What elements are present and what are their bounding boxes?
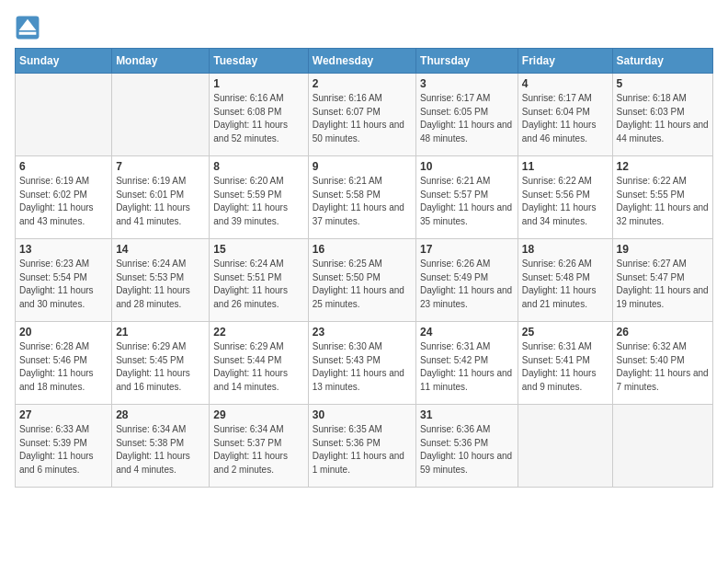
- calendar-cell: 2Sunrise: 6:16 AM Sunset: 6:07 PM Daylig…: [308, 74, 415, 156]
- day-number: 12: [617, 160, 709, 173]
- day-info: Sunrise: 6:25 AM Sunset: 5:50 PM Dayligh…: [313, 258, 412, 311]
- day-number: 21: [116, 326, 205, 339]
- calendar-cell: [518, 405, 612, 488]
- day-number: 5: [617, 77, 709, 90]
- calendar-week-row: 20Sunrise: 6:28 AM Sunset: 5:46 PM Dayli…: [16, 322, 713, 405]
- calendar-cell: 26Sunrise: 6:32 AM Sunset: 5:40 PM Dayli…: [612, 322, 712, 405]
- calendar-cell: 12Sunrise: 6:22 AM Sunset: 5:55 PM Dayli…: [612, 156, 712, 239]
- day-number: 22: [213, 326, 303, 339]
- calendar-cell: 10Sunrise: 6:21 AM Sunset: 5:57 PM Dayli…: [416, 156, 518, 239]
- day-info: Sunrise: 6:33 AM Sunset: 5:39 PM Dayligh…: [19, 423, 108, 477]
- day-info: Sunrise: 6:21 AM Sunset: 5:57 PM Dayligh…: [420, 175, 514, 228]
- calendar-cell: 13Sunrise: 6:23 AM Sunset: 5:54 PM Dayli…: [16, 239, 112, 322]
- calendar-cell: 18Sunrise: 6:26 AM Sunset: 5:48 PM Dayli…: [518, 239, 612, 322]
- day-number: 1: [213, 77, 303, 90]
- calendar-cell: 16Sunrise: 6:25 AM Sunset: 5:50 PM Dayli…: [308, 239, 415, 322]
- calendar-cell: 23Sunrise: 6:30 AM Sunset: 5:43 PM Dayli…: [308, 322, 415, 405]
- calendar-cell: [612, 405, 712, 488]
- day-info: Sunrise: 6:24 AM Sunset: 5:53 PM Dayligh…: [116, 258, 205, 311]
- day-number: 16: [313, 243, 412, 256]
- day-number: 13: [19, 243, 108, 256]
- calendar-cell: 31Sunrise: 6:36 AM Sunset: 5:36 PM Dayli…: [416, 405, 518, 488]
- calendar-cell: 7Sunrise: 6:19 AM Sunset: 6:01 PM Daylig…: [112, 156, 210, 239]
- day-info: Sunrise: 6:31 AM Sunset: 5:42 PM Dayligh…: [420, 340, 514, 394]
- day-info: Sunrise: 6:34 AM Sunset: 5:37 PM Dayligh…: [213, 423, 303, 477]
- page-header: [15, 15, 713, 40]
- day-number: 14: [116, 243, 205, 256]
- day-info: Sunrise: 6:35 AM Sunset: 5:36 PM Dayligh…: [313, 423, 412, 477]
- day-info: Sunrise: 6:16 AM Sunset: 6:07 PM Dayligh…: [313, 92, 412, 145]
- logo-icon: [15, 15, 40, 40]
- weekday-header: Thursday: [416, 49, 518, 74]
- day-info: Sunrise: 6:17 AM Sunset: 6:05 PM Dayligh…: [420, 92, 514, 145]
- day-info: Sunrise: 6:20 AM Sunset: 5:59 PM Dayligh…: [213, 175, 303, 228]
- day-info: Sunrise: 6:22 AM Sunset: 5:55 PM Dayligh…: [617, 175, 709, 228]
- day-number: 29: [213, 408, 303, 421]
- calendar-cell: 21Sunrise: 6:29 AM Sunset: 5:45 PM Dayli…: [112, 322, 210, 405]
- weekday-header: Sunday: [16, 49, 112, 74]
- day-number: 25: [522, 326, 609, 339]
- weekday-header: Saturday: [612, 49, 712, 74]
- day-info: Sunrise: 6:32 AM Sunset: 5:40 PM Dayligh…: [617, 340, 709, 394]
- day-number: 10: [420, 160, 514, 173]
- calendar-week-row: 6Sunrise: 6:19 AM Sunset: 6:02 PM Daylig…: [16, 156, 713, 239]
- calendar-cell: 15Sunrise: 6:24 AM Sunset: 5:51 PM Dayli…: [210, 239, 308, 322]
- day-number: 6: [19, 160, 108, 173]
- calendar-cell: 9Sunrise: 6:21 AM Sunset: 5:58 PM Daylig…: [308, 156, 415, 239]
- calendar-cell: 4Sunrise: 6:17 AM Sunset: 6:04 PM Daylig…: [518, 74, 612, 156]
- day-info: Sunrise: 6:23 AM Sunset: 5:54 PM Dayligh…: [19, 258, 108, 311]
- day-number: 8: [213, 160, 303, 173]
- day-number: 9: [313, 160, 412, 173]
- calendar-cell: 28Sunrise: 6:34 AM Sunset: 5:38 PM Dayli…: [112, 405, 210, 488]
- weekday-header: Wednesday: [308, 49, 415, 74]
- calendar-cell: 6Sunrise: 6:19 AM Sunset: 6:02 PM Daylig…: [16, 156, 112, 239]
- calendar-cell: 20Sunrise: 6:28 AM Sunset: 5:46 PM Dayli…: [16, 322, 112, 405]
- calendar-cell: 30Sunrise: 6:35 AM Sunset: 5:36 PM Dayli…: [308, 405, 415, 488]
- day-number: 23: [313, 326, 412, 339]
- day-info: Sunrise: 6:26 AM Sunset: 5:48 PM Dayligh…: [522, 258, 609, 311]
- day-number: 17: [420, 243, 514, 256]
- calendar-cell: 22Sunrise: 6:29 AM Sunset: 5:44 PM Dayli…: [210, 322, 308, 405]
- calendar-cell: 24Sunrise: 6:31 AM Sunset: 5:42 PM Dayli…: [416, 322, 518, 405]
- day-number: 28: [116, 408, 205, 421]
- day-number: 27: [19, 408, 108, 421]
- day-info: Sunrise: 6:19 AM Sunset: 6:02 PM Dayligh…: [19, 175, 108, 228]
- day-info: Sunrise: 6:31 AM Sunset: 5:41 PM Dayligh…: [522, 340, 609, 394]
- day-info: Sunrise: 6:26 AM Sunset: 5:49 PM Dayligh…: [420, 258, 514, 311]
- day-number: 31: [420, 408, 514, 421]
- calendar-cell: [112, 74, 210, 156]
- logo: [15, 15, 44, 40]
- day-info: Sunrise: 6:19 AM Sunset: 6:01 PM Dayligh…: [116, 175, 205, 228]
- day-info: Sunrise: 6:36 AM Sunset: 5:36 PM Dayligh…: [420, 423, 514, 477]
- weekday-header: Tuesday: [210, 49, 308, 74]
- svg-rect-2: [19, 32, 37, 35]
- day-info: Sunrise: 6:18 AM Sunset: 6:03 PM Dayligh…: [617, 92, 709, 145]
- day-number: 19: [617, 243, 709, 256]
- calendar-cell: 1Sunrise: 6:16 AM Sunset: 6:08 PM Daylig…: [210, 74, 308, 156]
- day-number: 4: [522, 77, 609, 90]
- day-number: 3: [420, 77, 514, 90]
- calendar-week-row: 27Sunrise: 6:33 AM Sunset: 5:39 PM Dayli…: [16, 405, 713, 488]
- calendar-cell: 3Sunrise: 6:17 AM Sunset: 6:05 PM Daylig…: [416, 74, 518, 156]
- calendar-cell: 5Sunrise: 6:18 AM Sunset: 6:03 PM Daylig…: [612, 74, 712, 156]
- day-number: 30: [313, 408, 412, 421]
- day-info: Sunrise: 6:34 AM Sunset: 5:38 PM Dayligh…: [116, 423, 205, 477]
- calendar-cell: 17Sunrise: 6:26 AM Sunset: 5:49 PM Dayli…: [416, 239, 518, 322]
- calendar-cell: 14Sunrise: 6:24 AM Sunset: 5:53 PM Dayli…: [112, 239, 210, 322]
- day-number: 24: [420, 326, 514, 339]
- weekday-header: Friday: [518, 49, 612, 74]
- calendar-cell: 11Sunrise: 6:22 AM Sunset: 5:56 PM Dayli…: [518, 156, 612, 239]
- weekday-header: Monday: [112, 49, 210, 74]
- day-info: Sunrise: 6:29 AM Sunset: 5:44 PM Dayligh…: [213, 340, 303, 394]
- calendar-cell: 19Sunrise: 6:27 AM Sunset: 5:47 PM Dayli…: [612, 239, 712, 322]
- day-number: 11: [522, 160, 609, 173]
- day-number: 26: [617, 326, 709, 339]
- day-info: Sunrise: 6:21 AM Sunset: 5:58 PM Dayligh…: [313, 175, 412, 228]
- day-number: 20: [19, 326, 108, 339]
- weekday-header-row: SundayMondayTuesdayWednesdayThursdayFrid…: [16, 49, 713, 74]
- calendar-cell: 25Sunrise: 6:31 AM Sunset: 5:41 PM Dayli…: [518, 322, 612, 405]
- day-info: Sunrise: 6:28 AM Sunset: 5:46 PM Dayligh…: [19, 340, 108, 394]
- day-info: Sunrise: 6:27 AM Sunset: 5:47 PM Dayligh…: [617, 258, 709, 311]
- calendar-week-row: 13Sunrise: 6:23 AM Sunset: 5:54 PM Dayli…: [16, 239, 713, 322]
- calendar-cell: 29Sunrise: 6:34 AM Sunset: 5:37 PM Dayli…: [210, 405, 308, 488]
